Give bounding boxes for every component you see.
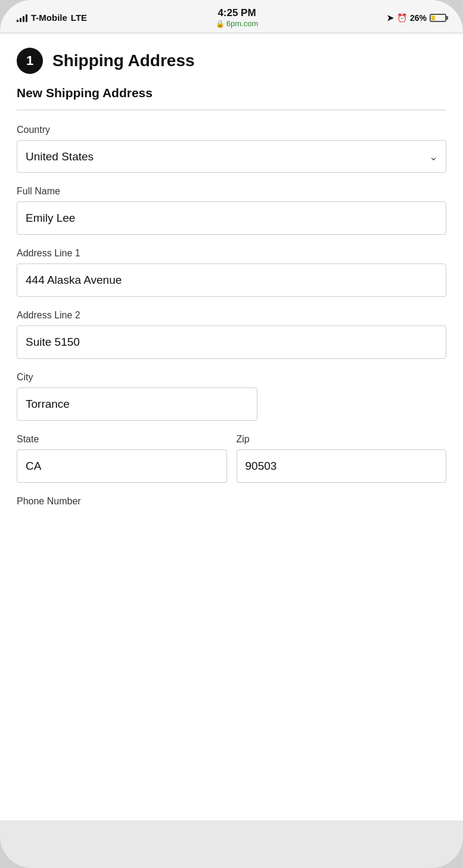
city-input[interactable] — [17, 388, 257, 421]
address1-input[interactable] — [17, 264, 446, 297]
battery-info: ➤ ⏰ 26% — [387, 13, 446, 23]
signal-icon — [17, 14, 27, 22]
address1-label: Address Line 1 — [17, 248, 446, 259]
address2-label: Address Line 2 — [17, 310, 446, 321]
zip-group: Zip — [237, 434, 447, 483]
address2-input[interactable] — [17, 326, 446, 359]
section-title: Shipping Address — [52, 51, 195, 70]
phone-label: Phone Number — [17, 496, 446, 507]
alarm-icon: ⏰ — [397, 13, 407, 23]
subsection-title: New Shipping Address — [17, 86, 446, 100]
address1-group: Address Line 1 — [17, 248, 446, 297]
bottom-area — [0, 820, 463, 868]
phone-group: Phone Number — [17, 496, 446, 507]
country-group: Country United States ⌄ — [17, 125, 446, 173]
fullname-label: Full Name — [17, 186, 446, 197]
status-center: 4:25 PM 🔒 6pm.com — [216, 7, 258, 28]
main-content: 1 Shipping Address New Shipping Address … — [0, 33, 463, 820]
lock-icon: 🔒 — [216, 20, 225, 28]
section-header: 1 Shipping Address — [17, 48, 446, 74]
divider — [17, 110, 446, 110]
status-bar: T-Mobile LTE 4:25 PM 🔒 6pm.com ➤ ⏰ 26% — [0, 0, 463, 33]
phone-frame: T-Mobile LTE 4:25 PM 🔒 6pm.com ➤ ⏰ 26% 1 — [0, 0, 463, 868]
state-zip-row: State Zip — [17, 434, 446, 496]
state-input[interactable] — [17, 450, 227, 483]
network-type: LTE — [71, 13, 87, 23]
step-circle: 1 — [17, 48, 43, 74]
carrier-info: T-Mobile LTE — [17, 13, 87, 23]
battery-icon — [430, 14, 446, 22]
country-label: Country — [17, 125, 446, 135]
fullname-group: Full Name — [17, 186, 446, 235]
fullname-input[interactable] — [17, 202, 446, 235]
zip-label: Zip — [237, 434, 447, 445]
state-group: State — [17, 434, 227, 483]
zip-input[interactable] — [237, 450, 447, 483]
website-url: 🔒 6pm.com — [216, 19, 258, 28]
time-display: 4:25 PM — [216, 7, 258, 19]
battery-percent: 26% — [410, 13, 427, 23]
location-icon: ➤ — [387, 13, 394, 23]
city-label: City — [17, 372, 446, 383]
state-label: State — [17, 434, 227, 445]
country-select-wrapper[interactable]: United States ⌄ — [17, 140, 446, 173]
carrier-name: T-Mobile — [31, 13, 67, 23]
city-group: City — [17, 372, 446, 421]
address2-group: Address Line 2 — [17, 310, 446, 359]
country-select[interactable]: United States — [17, 140, 446, 173]
